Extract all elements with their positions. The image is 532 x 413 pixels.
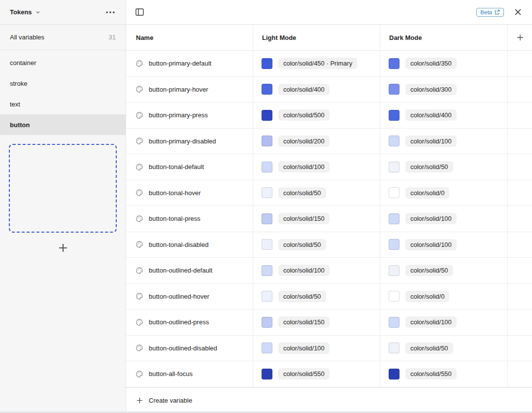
color-value-pill[interactable]: color/solid/400 (405, 109, 457, 121)
color-value-pill[interactable]: color/solid/400 (278, 84, 330, 95)
color-value-pill[interactable]: color/solid/300 (405, 84, 457, 95)
color-value-pill[interactable]: color/solid/550 (405, 368, 457, 379)
dark-mode-cell[interactable]: color/solid/0 (380, 180, 507, 206)
color-swatch[interactable] (262, 213, 272, 224)
color-swatch[interactable] (262, 58, 272, 69)
drop-zone-dashed-box[interactable] (9, 144, 117, 233)
color-value-pill[interactable]: color/solid/450 · Primary (278, 58, 357, 69)
color-swatch[interactable] (389, 239, 399, 250)
color-value-pill[interactable]: color/solid/100 (278, 265, 330, 276)
dark-mode-cell[interactable]: color/solid/50 (380, 258, 507, 283)
create-variable-button[interactable]: Create variable (126, 387, 532, 413)
light-mode-cell[interactable]: color/solid/500 (253, 103, 380, 128)
light-mode-cell[interactable]: color/solid/200 (253, 129, 380, 154)
color-swatch[interactable] (389, 265, 399, 276)
token-name-cell[interactable]: button-tonal-hover (126, 180, 253, 206)
color-swatch[interactable] (262, 343, 272, 353)
color-value-pill[interactable]: color/solid/150 (278, 316, 330, 328)
column-header-dark-mode[interactable]: Dark Mode (380, 25, 507, 50)
light-mode-cell[interactable]: color/solid/450 · Primary (253, 51, 380, 76)
dark-mode-cell[interactable]: color/solid/0 (380, 284, 507, 310)
close-button[interactable] (513, 7, 523, 17)
collection-selector[interactable]: Tokens (10, 8, 40, 16)
dark-mode-cell[interactable]: color/solid/50 (380, 336, 507, 361)
color-swatch[interactable] (262, 369, 272, 379)
dark-mode-cell[interactable]: color/solid/100 (380, 232, 507, 258)
token-name-cell[interactable]: button-tonal-disabled (126, 232, 253, 258)
sidebar-item-all-variables[interactable]: All variables 31 (0, 25, 126, 50)
token-name-cell[interactable]: button-outlined-disabled (126, 336, 253, 361)
color-swatch[interactable] (389, 187, 399, 198)
color-value-pill[interactable]: color/solid/550 (278, 368, 330, 379)
color-value-pill[interactable]: color/solid/100 (278, 161, 330, 172)
color-value-pill[interactable]: color/solid/50 (405, 161, 453, 172)
column-header-light-mode[interactable]: Light Mode (253, 25, 380, 50)
color-value-pill[interactable]: color/solid/50 (405, 343, 453, 354)
light-mode-cell[interactable]: color/solid/50 (253, 232, 380, 258)
token-name-cell[interactable]: button-primary-press (126, 103, 253, 128)
color-value-pill[interactable]: color/solid/200 (278, 136, 330, 147)
token-name-cell[interactable]: button-all-focus (126, 361, 253, 387)
beta-badge[interactable]: Beta (476, 8, 504, 17)
color-value-pill[interactable]: color/solid/500 (278, 109, 330, 121)
dark-mode-cell[interactable]: color/solid/100 (380, 129, 507, 154)
color-swatch[interactable] (262, 162, 272, 172)
color-swatch[interactable] (262, 136, 272, 146)
color-value-pill[interactable]: color/solid/100 (405, 239, 457, 250)
dark-mode-cell[interactable]: color/solid/550 (380, 361, 507, 387)
dark-mode-cell[interactable]: color/solid/100 (380, 310, 507, 335)
dark-mode-cell[interactable]: color/solid/50 (380, 154, 507, 180)
light-mode-cell[interactable]: color/solid/100 (253, 154, 380, 180)
color-swatch[interactable] (262, 317, 272, 328)
token-name-cell[interactable]: button-primary-disabled (126, 129, 253, 154)
color-value-pill[interactable]: color/solid/100 (405, 316, 457, 328)
add-group-button[interactable] (56, 241, 70, 255)
color-swatch[interactable] (389, 317, 399, 328)
color-value-pill[interactable]: color/solid/50 (278, 239, 326, 250)
color-value-pill[interactable]: color/solid/150 (278, 213, 330, 224)
color-value-pill[interactable]: color/solid/50 (278, 291, 326, 302)
color-value-pill[interactable]: color/solid/0 (405, 187, 449, 199)
token-name-cell[interactable]: button-outlined-hover (126, 284, 253, 310)
light-mode-cell[interactable]: color/solid/50 (253, 180, 380, 206)
dark-mode-cell[interactable]: color/solid/400 (380, 103, 507, 128)
color-swatch[interactable] (262, 291, 272, 302)
sidebar-item-container[interactable]: container (0, 52, 126, 73)
color-value-pill[interactable]: color/solid/50 (278, 187, 326, 199)
color-swatch[interactable] (262, 239, 272, 250)
token-name-cell[interactable]: button-outlined-default (126, 258, 253, 283)
light-mode-cell[interactable]: color/solid/100 (253, 336, 380, 361)
color-swatch[interactable] (389, 343, 399, 353)
color-swatch[interactable] (262, 84, 272, 95)
toggle-sidebar-button[interactable] (133, 5, 146, 19)
sidebar-item-text[interactable]: text (0, 94, 126, 114)
color-swatch[interactable] (262, 265, 272, 276)
more-options-button[interactable] (104, 9, 117, 15)
token-name-cell[interactable]: button-primary-hover (126, 77, 253, 103)
color-value-pill[interactable]: color/solid/100 (278, 343, 330, 354)
light-mode-cell[interactable]: color/solid/150 (253, 310, 380, 335)
token-name-cell[interactable]: button-tonal-default (126, 154, 253, 180)
color-swatch[interactable] (262, 110, 272, 121)
color-value-pill[interactable]: color/solid/50 (405, 265, 453, 276)
token-name-cell[interactable]: button-tonal-press (126, 206, 253, 232)
color-value-pill[interactable]: color/solid/100 (405, 136, 457, 147)
color-swatch[interactable] (389, 136, 399, 146)
dark-mode-cell[interactable]: color/solid/100 (380, 206, 507, 232)
light-mode-cell[interactable]: color/solid/150 (253, 206, 380, 232)
light-mode-cell[interactable]: color/solid/50 (253, 284, 380, 310)
color-swatch[interactable] (389, 110, 399, 121)
color-swatch[interactable] (389, 369, 399, 379)
token-name-cell[interactable]: button-primary-default (126, 51, 253, 76)
token-name-cell[interactable]: button-outlined-press (126, 310, 253, 335)
dark-mode-cell[interactable]: color/solid/300 (380, 77, 507, 103)
color-swatch[interactable] (262, 187, 272, 198)
light-mode-cell[interactable]: color/solid/400 (253, 77, 380, 103)
light-mode-cell[interactable]: color/solid/100 (253, 258, 380, 283)
color-swatch[interactable] (389, 162, 399, 172)
light-mode-cell[interactable]: color/solid/550 (253, 361, 380, 387)
add-mode-button[interactable] (507, 25, 532, 50)
color-value-pill[interactable]: color/solid/0 (405, 291, 449, 302)
sidebar-item-stroke[interactable]: stroke (0, 73, 126, 94)
color-swatch[interactable] (389, 291, 399, 302)
